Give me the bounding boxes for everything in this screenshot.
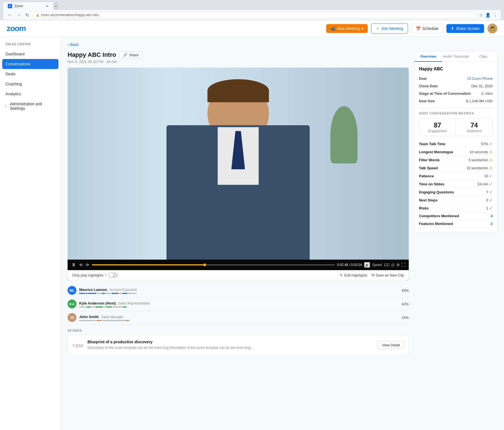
back-link[interactable]: ‹ Back — [68, 42, 497, 47]
back-button[interactable]: ← — [7, 12, 13, 18]
browser-tab[interactable]: Z Zoom ✕ — [3, 2, 53, 10]
join-meeting-button[interactable]: ＋ Join Meeting — [371, 24, 408, 34]
segment — [85, 293, 88, 294]
sidebar-item-dashboard[interactable]: Dashboard — [0, 49, 61, 59]
play-pause-button[interactable]: ⏸ — [71, 262, 76, 268]
warning-icon: ⚠ — [489, 150, 493, 154]
tab-overview[interactable]: Overview — [415, 52, 442, 62]
sidebar-item-coaching[interactable]: Coaching — [0, 79, 61, 89]
sentiment-label: Sentiment — [459, 129, 490, 133]
tab-title: Zoom — [14, 4, 23, 8]
address-bar[interactable]: 🔒 zoom.us/conversations/happy-abc-intro — [32, 12, 477, 18]
participant-info: Maurice Lawson Account Executive — [79, 287, 399, 294]
deal-field-label: Stage at Time of Conversation — [419, 91, 471, 96]
skip-forward-button[interactable]: ⟳ — [85, 262, 90, 268]
sidebar-item-analytics[interactable]: Analytics — [0, 89, 61, 99]
forward-button[interactable]: → — [16, 12, 22, 18]
reload-button[interactable]: ↻ — [24, 12, 30, 18]
metric-value: 10 ✓ — [484, 174, 493, 178]
share-button[interactable]: 🔗 Share — [119, 52, 142, 58]
metric-row-competitors: Competitors Mentioned 4 — [419, 212, 493, 220]
toggle-knob — [109, 273, 113, 277]
metric-row-talk-speed: Talk Speed 10 words/min ⚠ — [419, 164, 493, 172]
bookmark-icon[interactable]: ☆ — [479, 12, 483, 18]
scores-label: SCORES — [68, 329, 409, 332]
new-tab-button[interactable]: + — [54, 4, 58, 9]
browser-chrome: Z Zoom ✕ + ← → ↻ 🔒 zoom.us/conversations… — [0, 0, 504, 20]
deal-field-value-link[interactable]: 15 Zoom Phone — [467, 76, 493, 81]
edit-highlights-button[interactable]: ✎ Edit Highlights — [340, 273, 367, 277]
schedule-button[interactable]: 📅 Schedule — [411, 24, 443, 33]
svg-text:Z: Z — [9, 5, 11, 7]
menu-icon[interactable]: ⋮ — [493, 12, 497, 18]
volume-button[interactable]: 🔊 — [364, 262, 370, 268]
calendar-icon: 📅 — [416, 26, 421, 31]
deal-field-label: Deal Size — [419, 99, 435, 103]
fullscreen-icon[interactable]: ⛶ — [402, 263, 405, 267]
metric-value: 3 words/min ⚠ — [469, 158, 493, 162]
engagement-value: 87 — [422, 121, 453, 129]
share-screen-button[interactable]: ⬆ Share Screen — [446, 24, 484, 33]
sidebar-item-administration[interactable]: › Administration and Seetings — [0, 99, 61, 113]
panel-content: Happy ABC Deal 15 Zoom Phone Close Date … — [415, 62, 497, 232]
header-actions: 📹 New Meeting ▾ ＋ Join Meeting 📅 Schedul… — [326, 24, 497, 34]
captions-icon[interactable]: CC — [384, 263, 390, 267]
deal-field-value: $ 1,248.9M USD — [466, 99, 493, 103]
view-detail-button[interactable]: View Detail — [378, 341, 404, 349]
page-subtitle: Nov 8, 2021 05:16 PM · 34 min — [68, 60, 409, 64]
rewind-button[interactable]: ⟲ — [79, 262, 83, 268]
segment — [104, 306, 106, 308]
participant-avatar: ML — [68, 286, 76, 295]
user-avatar[interactable]: 👩 — [487, 24, 497, 34]
highlights-toggle[interactable] — [108, 272, 118, 278]
metric-label: Risks — [419, 206, 429, 210]
tab-clips[interactable]: Clips — [470, 52, 497, 62]
panel-tabs: Overview Audio Transcript Clips — [415, 52, 497, 62]
pip-icon[interactable]: ⊡ — [391, 263, 395, 267]
save-clip-button[interactable]: ⧉ Save as New Clip — [372, 273, 404, 277]
score-desc: Description of this score template can b… — [88, 345, 373, 350]
metric-value-link[interactable]: 4 — [491, 214, 493, 218]
segment — [96, 320, 102, 321]
participant-info: John Smith Sales Manager — [79, 314, 399, 321]
segment — [128, 293, 136, 294]
video-container: ⏸ ⟲ ⟳ 0:02:48 / 0:03:24 🔊 S — [68, 68, 409, 280]
only-highlights-label: Only play highlights — [72, 273, 104, 277]
deal-field-label: Deal — [419, 76, 426, 81]
segment — [123, 306, 127, 308]
browser-addressbar: ← → ↻ 🔒 zoom.us/conversations/happy-abc-… — [3, 10, 501, 20]
edit-icon: ✎ — [340, 273, 343, 277]
analytics-label: Analytics — [6, 92, 21, 96]
highlights-bar: Only play highlights ℹ ✎ Edit Highlights — [68, 270, 409, 280]
sidebar-item-deals[interactable]: Deals — [0, 69, 61, 79]
segment — [91, 306, 95, 308]
content-left: Happy ABC Intro 🔗 Share Nov 8, 2021 05:1… — [68, 51, 409, 355]
participant-row: JS John Smith Sales Manager — [68, 311, 409, 324]
metric-value: 10 words/min ⚠ — [467, 166, 493, 170]
share-link-icon: 🔗 — [123, 53, 127, 57]
avatar-icon[interactable]: 👤 — [485, 12, 491, 18]
tab-close-button[interactable]: ✕ — [45, 4, 49, 8]
tab-audio-transcript[interactable]: Audio Transcript — [442, 52, 469, 62]
progress-bar[interactable] — [92, 264, 335, 265]
lock-icon: 🔒 — [36, 14, 39, 17]
engagement-label: Engagement — [422, 129, 453, 133]
new-meeting-button[interactable]: 📹 New Meeting ▾ — [326, 24, 368, 33]
metric-value: 2 ✓ — [486, 198, 493, 202]
participant-info: Kyle Anderson (Host) Sales Representativ… — [79, 301, 399, 308]
metric-row-time-on-slides: Time on Slides 24 min ✓ — [419, 180, 493, 188]
settings-icon[interactable]: ⚙ — [396, 263, 400, 267]
dropdown-arrow-icon: ▾ — [361, 26, 363, 31]
video-icon: 📹 — [331, 26, 335, 31]
conversations-label: Conversations — [6, 62, 30, 66]
metric-value: 10 seconds ⚠ — [470, 150, 493, 154]
info-icon: ℹ — [105, 273, 107, 277]
check-icon: ✓ — [489, 198, 493, 202]
sidebar-item-conversations[interactable]: Conversations — [2, 59, 58, 69]
progress-fill — [92, 264, 206, 265]
segment — [79, 320, 96, 321]
metrics-scores: 87 Engagement 74 Sentiment — [419, 118, 493, 136]
metric-value-link[interactable]: 2 — [491, 222, 493, 226]
scores-section: SCORES 7.3/10 Blueprint of a productive … — [68, 329, 409, 355]
metric-row-filler-words: Filler Words 3 words/min ⚠ — [419, 156, 493, 164]
